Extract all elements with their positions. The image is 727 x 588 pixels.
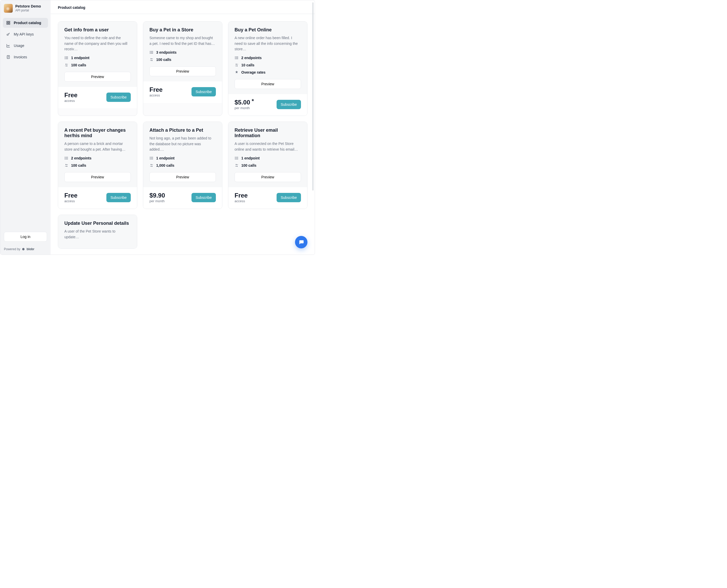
meta-endpoints: 1 endpoint [235, 156, 301, 160]
subscribe-button[interactable]: Subscribe [106, 92, 131, 102]
sidebar-item-label: Invoices [14, 55, 27, 59]
price-bar: Free access Subscribe [143, 81, 222, 103]
subscribe-button[interactable]: Subscribe [191, 87, 216, 97]
svg-point-28 [65, 157, 65, 157]
svg-point-16 [150, 51, 150, 51]
price-sub: per month [149, 199, 165, 203]
price-sub: access [149, 93, 163, 97]
price-amount: Free [64, 91, 78, 99]
meta-calls: 10 calls [235, 63, 301, 67]
page-title: Product catalog [51, 0, 315, 14]
subscribe-button[interactable]: Subscribe [277, 193, 301, 202]
svg-point-11 [65, 58, 65, 58]
product-description: A new online order has been filled. I ne… [235, 35, 301, 52]
product-card: Attach a Picture to a Pet Not long ago, … [143, 122, 222, 209]
list-icon [235, 156, 239, 160]
key-icon [6, 32, 11, 37]
svg-point-36 [150, 159, 150, 159]
preview-button[interactable]: Preview [235, 79, 301, 89]
svg-rect-2 [7, 23, 8, 24]
meta-endpoints-text: 2 endpoints [71, 156, 92, 160]
blobr-logo-icon [22, 248, 25, 251]
product-title: Buy a Pet Online [235, 27, 301, 33]
transfer-icon [64, 163, 68, 167]
asterisk-icon [235, 70, 239, 75]
preview-button[interactable]: Preview [149, 172, 216, 182]
powered-brand: blobr [26, 247, 34, 251]
subscribe-button[interactable]: Subscribe [277, 100, 301, 109]
product-card: Buy a Pet Online A new online order has … [228, 21, 307, 116]
svg-point-34 [150, 157, 150, 157]
meta-calls: 100 calls [149, 58, 216, 62]
grid-icon [6, 20, 11, 25]
brand-title: Petstore Demo [15, 4, 41, 8]
sidebar-item-invoices[interactable]: Invoices [3, 52, 48, 62]
transfer-icon [149, 58, 154, 62]
product-title: A recent Pet buyer changes her/his mind [64, 128, 131, 139]
preview-button[interactable]: Preview [64, 72, 131, 82]
sidebar-item-api-keys[interactable]: My API keys [3, 29, 48, 39]
transfer-icon [235, 63, 239, 67]
preview-button[interactable]: Preview [64, 172, 131, 182]
meta-endpoints-text: 2 endpoints [241, 56, 262, 60]
price-sub: access [235, 199, 248, 203]
transfer-icon [64, 63, 68, 67]
price-bar: Free access Subscribe [228, 187, 307, 209]
meta-calls-text: 100 calls [241, 163, 256, 167]
brand-avatar [4, 4, 13, 13]
price-bar: Free access Subscribe [58, 187, 137, 209]
price-bar: $9.90 per month Subscribe [143, 187, 222, 209]
meta-calls-text: 10 calls [241, 63, 255, 67]
product-card: Update User Personal details A user of t… [58, 215, 137, 249]
price-bar: $5.00* per month Subscribe [228, 94, 307, 115]
content-scroll[interactable]: Get info from a user You need to define … [51, 14, 315, 255]
invoice-icon [6, 55, 11, 59]
list-icon [64, 156, 68, 160]
product-title: Get info from a user [64, 27, 131, 33]
meta-calls-text: 100 calls [156, 58, 171, 62]
chat-fab[interactable] [295, 236, 307, 248]
main: Product catalog Get info from a user You… [51, 0, 315, 255]
meta-endpoints: 2 endpoints [64, 156, 131, 160]
product-description: A user of the Pet Store wants to update… [64, 229, 131, 240]
meta-endpoints: 1 endpoint [149, 156, 216, 160]
subscribe-button[interactable]: Subscribe [191, 193, 216, 202]
product-card: A recent Pet buyer changes her/his mind … [58, 122, 137, 209]
product-description: A person came to a brick and mortar stor… [64, 141, 131, 152]
transfer-icon [235, 163, 239, 167]
price-amount: Free [149, 86, 163, 93]
product-title: Buy a Pet in a Store [149, 27, 216, 33]
svg-point-6 [22, 248, 25, 250]
price-amount: $5.00 [235, 99, 250, 106]
svg-rect-0 [7, 21, 8, 23]
transfer-icon [149, 163, 154, 167]
preview-button[interactable]: Preview [149, 66, 216, 76]
brand-block: Petstore Demo API portal [0, 0, 51, 15]
price-asterisk: * [252, 98, 254, 104]
login-button[interactable]: Log in [4, 232, 47, 241]
meta-endpoints: 3 endpoints [149, 50, 216, 55]
preview-button[interactable]: Preview [235, 172, 301, 182]
meta-calls-text: 100 calls [71, 63, 86, 67]
sidebar-item-label: My API keys [14, 32, 34, 36]
sidebar: Petstore Demo API portal Product catalog… [0, 0, 51, 255]
svg-point-17 [150, 52, 150, 52]
subscribe-button[interactable]: Subscribe [106, 193, 131, 202]
product-card: Get info from a user You need to define … [58, 21, 137, 116]
meta-endpoints: 1 endpoint [64, 56, 131, 60]
sidebar-item-product-catalog[interactable]: Product catalog [3, 18, 48, 28]
price-sub: access [64, 99, 78, 103]
scrollbar-track [312, 2, 314, 191]
price-bar: Free access Subscribe [58, 87, 137, 108]
meta-calls-text: 1,000 calls [156, 163, 174, 167]
meta-endpoints-text: 1 endpoint [71, 56, 89, 60]
meta-calls: 1,000 calls [149, 163, 216, 167]
svg-point-12 [65, 59, 65, 59]
chart-line-icon [6, 43, 11, 48]
svg-point-29 [65, 158, 65, 158]
product-card: Retrieve User email Information A user i… [228, 122, 307, 209]
meta-overage: Overage rates [235, 70, 301, 75]
svg-point-10 [65, 57, 65, 57]
sidebar-item-usage[interactable]: Usage [3, 41, 48, 50]
list-icon [149, 156, 154, 160]
